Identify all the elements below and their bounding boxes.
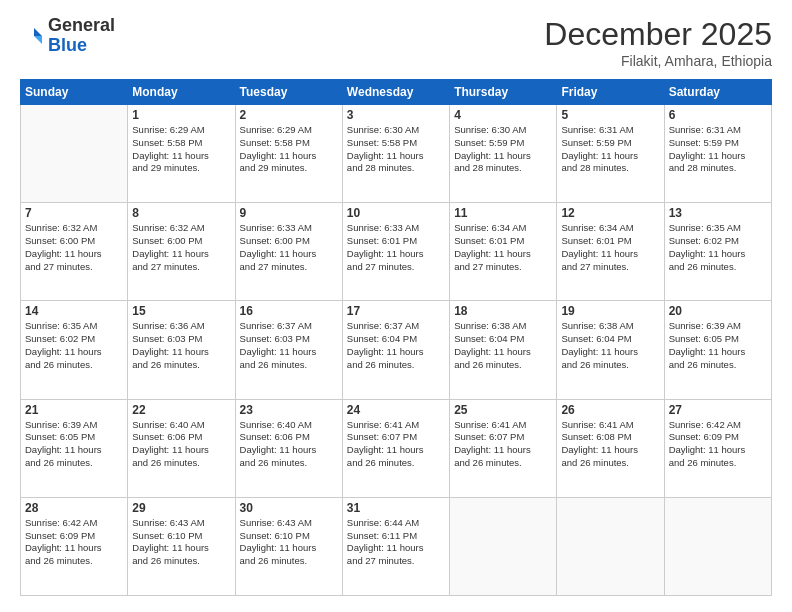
day-info: Sunrise: 6:38 AMSunset: 6:04 PMDaylight:…	[454, 320, 552, 371]
day-number: 11	[454, 206, 552, 220]
day-info: Sunrise: 6:44 AMSunset: 6:11 PMDaylight:…	[347, 517, 445, 568]
week-row-1: 7Sunrise: 6:32 AMSunset: 6:00 PMDaylight…	[21, 203, 772, 301]
calendar-cell: 30Sunrise: 6:43 AMSunset: 6:10 PMDayligh…	[235, 497, 342, 595]
calendar-body: 1Sunrise: 6:29 AMSunset: 5:58 PMDaylight…	[21, 105, 772, 596]
calendar-cell: 29Sunrise: 6:43 AMSunset: 6:10 PMDayligh…	[128, 497, 235, 595]
day-info: Sunrise: 6:43 AMSunset: 6:10 PMDaylight:…	[240, 517, 338, 568]
calendar-cell: 1Sunrise: 6:29 AMSunset: 5:58 PMDaylight…	[128, 105, 235, 203]
calendar-cell: 18Sunrise: 6:38 AMSunset: 6:04 PMDayligh…	[450, 301, 557, 399]
day-number: 29	[132, 501, 230, 515]
calendar-cell: 20Sunrise: 6:39 AMSunset: 6:05 PMDayligh…	[664, 301, 771, 399]
week-row-3: 21Sunrise: 6:39 AMSunset: 6:05 PMDayligh…	[21, 399, 772, 497]
day-info: Sunrise: 6:41 AMSunset: 6:07 PMDaylight:…	[347, 419, 445, 470]
calendar-cell: 7Sunrise: 6:32 AMSunset: 6:00 PMDaylight…	[21, 203, 128, 301]
calendar-cell: 26Sunrise: 6:41 AMSunset: 6:08 PMDayligh…	[557, 399, 664, 497]
calendar-cell: 27Sunrise: 6:42 AMSunset: 6:09 PMDayligh…	[664, 399, 771, 497]
calendar-cell	[450, 497, 557, 595]
day-number: 22	[132, 403, 230, 417]
day-info: Sunrise: 6:38 AMSunset: 6:04 PMDaylight:…	[561, 320, 659, 371]
day-info: Sunrise: 6:42 AMSunset: 6:09 PMDaylight:…	[669, 419, 767, 470]
weekday-sunday: Sunday	[21, 80, 128, 105]
calendar-cell: 21Sunrise: 6:39 AMSunset: 6:05 PMDayligh…	[21, 399, 128, 497]
day-info: Sunrise: 6:29 AMSunset: 5:58 PMDaylight:…	[240, 124, 338, 175]
calendar-cell: 6Sunrise: 6:31 AMSunset: 5:59 PMDaylight…	[664, 105, 771, 203]
calendar-cell	[557, 497, 664, 595]
calendar-cell: 12Sunrise: 6:34 AMSunset: 6:01 PMDayligh…	[557, 203, 664, 301]
day-info: Sunrise: 6:41 AMSunset: 6:08 PMDaylight:…	[561, 419, 659, 470]
day-number: 20	[669, 304, 767, 318]
calendar-cell: 13Sunrise: 6:35 AMSunset: 6:02 PMDayligh…	[664, 203, 771, 301]
day-info: Sunrise: 6:37 AMSunset: 6:04 PMDaylight:…	[347, 320, 445, 371]
day-info: Sunrise: 6:31 AMSunset: 5:59 PMDaylight:…	[669, 124, 767, 175]
day-info: Sunrise: 6:34 AMSunset: 6:01 PMDaylight:…	[561, 222, 659, 273]
calendar-cell: 19Sunrise: 6:38 AMSunset: 6:04 PMDayligh…	[557, 301, 664, 399]
weekday-tuesday: Tuesday	[235, 80, 342, 105]
day-info: Sunrise: 6:30 AMSunset: 5:59 PMDaylight:…	[454, 124, 552, 175]
day-number: 6	[669, 108, 767, 122]
day-info: Sunrise: 6:35 AMSunset: 6:02 PMDaylight:…	[25, 320, 123, 371]
week-row-0: 1Sunrise: 6:29 AMSunset: 5:58 PMDaylight…	[21, 105, 772, 203]
calendar-header: SundayMondayTuesdayWednesdayThursdayFrid…	[21, 80, 772, 105]
day-info: Sunrise: 6:39 AMSunset: 6:05 PMDaylight:…	[25, 419, 123, 470]
day-info: Sunrise: 6:33 AMSunset: 6:01 PMDaylight:…	[347, 222, 445, 273]
day-number: 28	[25, 501, 123, 515]
day-number: 16	[240, 304, 338, 318]
weekday-friday: Friday	[557, 80, 664, 105]
calendar-cell: 9Sunrise: 6:33 AMSunset: 6:00 PMDaylight…	[235, 203, 342, 301]
week-row-2: 14Sunrise: 6:35 AMSunset: 6:02 PMDayligh…	[21, 301, 772, 399]
day-number: 7	[25, 206, 123, 220]
calendar-cell: 23Sunrise: 6:40 AMSunset: 6:06 PMDayligh…	[235, 399, 342, 497]
day-number: 19	[561, 304, 659, 318]
calendar-cell: 15Sunrise: 6:36 AMSunset: 6:03 PMDayligh…	[128, 301, 235, 399]
day-info: Sunrise: 6:29 AMSunset: 5:58 PMDaylight:…	[132, 124, 230, 175]
calendar-cell	[21, 105, 128, 203]
day-number: 12	[561, 206, 659, 220]
weekday-monday: Monday	[128, 80, 235, 105]
logo-blue: Blue	[48, 35, 87, 55]
calendar-cell: 4Sunrise: 6:30 AMSunset: 5:59 PMDaylight…	[450, 105, 557, 203]
day-number: 10	[347, 206, 445, 220]
logo-text: General Blue	[48, 16, 115, 56]
day-number: 4	[454, 108, 552, 122]
calendar-cell: 17Sunrise: 6:37 AMSunset: 6:04 PMDayligh…	[342, 301, 449, 399]
logo-icon	[20, 24, 44, 48]
weekday-wednesday: Wednesday	[342, 80, 449, 105]
day-number: 31	[347, 501, 445, 515]
day-number: 1	[132, 108, 230, 122]
weekday-thursday: Thursday	[450, 80, 557, 105]
day-number: 14	[25, 304, 123, 318]
day-info: Sunrise: 6:37 AMSunset: 6:03 PMDaylight:…	[240, 320, 338, 371]
day-info: Sunrise: 6:40 AMSunset: 6:06 PMDaylight:…	[240, 419, 338, 470]
calendar-cell: 11Sunrise: 6:34 AMSunset: 6:01 PMDayligh…	[450, 203, 557, 301]
month-title: December 2025	[544, 16, 772, 53]
svg-marker-0	[34, 28, 42, 36]
title-block: December 2025 Filakit, Amhara, Ethiopia	[544, 16, 772, 69]
day-number: 21	[25, 403, 123, 417]
logo-general: General	[48, 15, 115, 35]
day-number: 26	[561, 403, 659, 417]
page: General Blue December 2025 Filakit, Amha…	[0, 0, 792, 612]
day-number: 9	[240, 206, 338, 220]
weekday-saturday: Saturday	[664, 80, 771, 105]
day-number: 13	[669, 206, 767, 220]
day-number: 8	[132, 206, 230, 220]
day-number: 30	[240, 501, 338, 515]
calendar-table: SundayMondayTuesdayWednesdayThursdayFrid…	[20, 79, 772, 596]
day-info: Sunrise: 6:41 AMSunset: 6:07 PMDaylight:…	[454, 419, 552, 470]
calendar-cell	[664, 497, 771, 595]
calendar-cell: 22Sunrise: 6:40 AMSunset: 6:06 PMDayligh…	[128, 399, 235, 497]
day-info: Sunrise: 6:43 AMSunset: 6:10 PMDaylight:…	[132, 517, 230, 568]
day-number: 2	[240, 108, 338, 122]
day-number: 17	[347, 304, 445, 318]
day-number: 5	[561, 108, 659, 122]
day-info: Sunrise: 6:42 AMSunset: 6:09 PMDaylight:…	[25, 517, 123, 568]
calendar-cell: 3Sunrise: 6:30 AMSunset: 5:58 PMDaylight…	[342, 105, 449, 203]
day-number: 15	[132, 304, 230, 318]
header: General Blue December 2025 Filakit, Amha…	[20, 16, 772, 69]
day-info: Sunrise: 6:33 AMSunset: 6:00 PMDaylight:…	[240, 222, 338, 273]
day-number: 3	[347, 108, 445, 122]
calendar-cell: 16Sunrise: 6:37 AMSunset: 6:03 PMDayligh…	[235, 301, 342, 399]
calendar-cell: 24Sunrise: 6:41 AMSunset: 6:07 PMDayligh…	[342, 399, 449, 497]
day-number: 18	[454, 304, 552, 318]
day-info: Sunrise: 6:40 AMSunset: 6:06 PMDaylight:…	[132, 419, 230, 470]
